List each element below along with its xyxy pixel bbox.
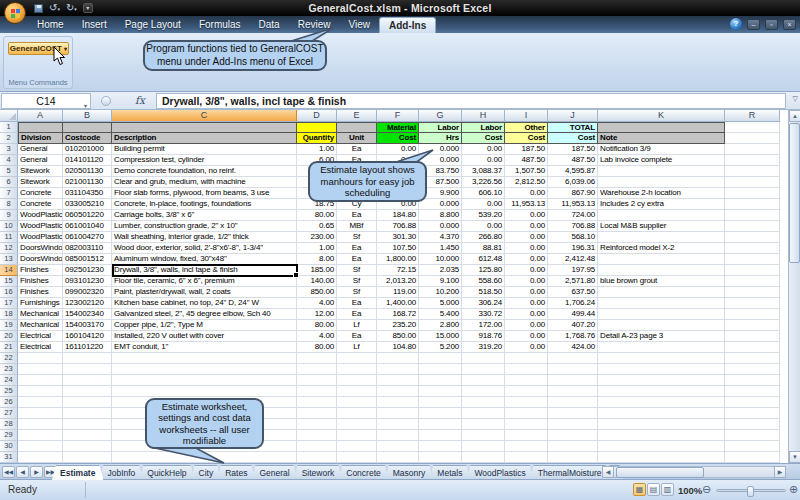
cell-F31[interactable]: [377, 452, 419, 463]
cell-H11[interactable]: 266.80: [462, 232, 505, 243]
cell-F9[interactable]: 184.80: [377, 210, 419, 221]
cell-F17[interactable]: 1,400.00: [377, 298, 419, 309]
undo-icon[interactable]: ↺▾: [49, 3, 60, 14]
sheet-tab-metals[interactable]: Metals: [429, 465, 470, 480]
scroll-right-icon[interactable]: ▶: [774, 466, 786, 478]
cell-K24[interactable]: [598, 375, 725, 386]
cell-B5[interactable]: 020501130: [63, 166, 112, 177]
cell-G18[interactable]: 5.400: [419, 309, 462, 320]
cell-K16[interactable]: [598, 287, 725, 298]
cell-A29[interactable]: [18, 430, 63, 441]
sheet-tab-general[interactable]: General: [251, 465, 297, 480]
cell-E25[interactable]: [337, 386, 377, 397]
cell-J31[interactable]: [548, 452, 598, 463]
cell-E17[interactable]: Ea: [337, 298, 377, 309]
cell-B11[interactable]: 061004270: [63, 232, 112, 243]
cell-I31[interactable]: [505, 452, 548, 463]
formula-input[interactable]: Drywall, 3/8", walls, incl tape & finish: [156, 93, 786, 109]
cell-I15[interactable]: 0.00: [505, 276, 548, 287]
cell-I10[interactable]: 0.00: [505, 221, 548, 232]
cell-F14[interactable]: 72.15: [377, 265, 419, 276]
cell-C14[interactable]: Drywall, 3/8", walls, incl tape & finish: [112, 265, 297, 276]
cell-D15[interactable]: 140.00: [297, 276, 337, 287]
cell-I30[interactable]: [505, 441, 548, 452]
cell-B19[interactable]: 154003170: [63, 320, 112, 331]
cell-C8[interactable]: Concrete, in-place, footings, foundation…: [112, 199, 297, 210]
cell-I26[interactable]: [505, 397, 548, 408]
cell-K20[interactable]: Detail A-23 page 3: [598, 331, 725, 342]
cell-A28[interactable]: [18, 419, 63, 430]
cell-E9[interactable]: Ea: [337, 210, 377, 221]
cell-C16[interactable]: Paint, plaster/drywall, wall, 2 coats: [112, 287, 297, 298]
cell-D30[interactable]: [297, 441, 337, 452]
column-header-K[interactable]: K: [598, 110, 725, 122]
cell-I25[interactable]: [505, 386, 548, 397]
cell-D23[interactable]: [297, 364, 337, 375]
cell-D25[interactable]: [297, 386, 337, 397]
page-layout-view-icon[interactable]: ▤: [647, 483, 660, 496]
cell-F1[interactable]: Material: [377, 122, 419, 133]
cell-J28[interactable]: [548, 419, 598, 430]
cell-H25[interactable]: [462, 386, 505, 397]
sheet-tab-masonry[interactable]: Masonry: [385, 465, 434, 480]
cell-D20[interactable]: 4.00: [297, 331, 337, 342]
cell-G17[interactable]: 5.000: [419, 298, 462, 309]
cell-J22[interactable]: [548, 353, 598, 364]
cell-B22[interactable]: [63, 353, 112, 364]
cell-E1[interactable]: [337, 122, 377, 133]
row-header-31[interactable]: 31: [0, 452, 18, 463]
cell-A19[interactable]: Mechanical: [18, 320, 63, 331]
row-header-2[interactable]: 2: [0, 133, 18, 144]
cell-K14[interactable]: [598, 265, 725, 276]
cell-A24[interactable]: [18, 375, 63, 386]
cell-J18[interactable]: 499.44: [548, 309, 598, 320]
cell-A12[interactable]: DoorsWindows: [18, 243, 63, 254]
cell-A16[interactable]: Finishes: [18, 287, 63, 298]
cell-J29[interactable]: [548, 430, 598, 441]
cell-I9[interactable]: 0.00: [505, 210, 548, 221]
cell-C19[interactable]: Copper pipe, 1/2", Type M: [112, 320, 297, 331]
cell-H6[interactable]: 3,226.56: [462, 177, 505, 188]
cell-B16[interactable]: 099002320: [63, 287, 112, 298]
cell-J26[interactable]: [548, 397, 598, 408]
page-break-view-icon[interactable]: ▥: [661, 483, 674, 496]
cell-J13[interactable]: 2,412.48: [548, 254, 598, 265]
row-header-23[interactable]: 23: [0, 364, 18, 375]
cell-R16[interactable]: [725, 287, 780, 298]
cell-I6[interactable]: 2,812.50: [505, 177, 548, 188]
cell-A10[interactable]: WoodPlastics: [18, 221, 63, 232]
cell-B20[interactable]: 160104120: [63, 331, 112, 342]
help-icon[interactable]: ?: [730, 18, 742, 30]
cell-G12[interactable]: 1.450: [419, 243, 462, 254]
cell-A15[interactable]: Finishes: [18, 276, 63, 287]
cell-F10[interactable]: 706.88: [377, 221, 419, 232]
cell-K1[interactable]: [598, 122, 725, 133]
cell-I14[interactable]: 0.00: [505, 265, 548, 276]
cell-G2[interactable]: Hrs: [419, 133, 462, 144]
cell-G1[interactable]: Labor: [419, 122, 462, 133]
row-header-21[interactable]: 21: [0, 342, 18, 353]
cell-R21[interactable]: [725, 342, 780, 353]
row-header-16[interactable]: 16: [0, 287, 18, 298]
cell-I3[interactable]: 187.50: [505, 144, 548, 155]
cell-D13[interactable]: 8.00: [297, 254, 337, 265]
cell-A21[interactable]: Electrical: [18, 342, 63, 353]
cell-B17[interactable]: 123002120: [63, 298, 112, 309]
cell-E16[interactable]: Sf: [337, 287, 377, 298]
customize-qat-icon[interactable]: ▾: [83, 3, 93, 13]
cell-J25[interactable]: [548, 386, 598, 397]
cell-A30[interactable]: [18, 441, 63, 452]
cell-J16[interactable]: 637.50: [548, 287, 598, 298]
row-header-1[interactable]: 1: [0, 122, 18, 133]
cell-G28[interactable]: [419, 419, 462, 430]
cell-H31[interactable]: [462, 452, 505, 463]
cell-H30[interactable]: [462, 441, 505, 452]
row-header-26[interactable]: 26: [0, 397, 18, 408]
cell-A11[interactable]: WoodPlastics: [18, 232, 63, 243]
cell-R29[interactable]: [725, 430, 780, 441]
cell-K5[interactable]: [598, 166, 725, 177]
cell-G19[interactable]: 2.800: [419, 320, 462, 331]
cell-R27[interactable]: [725, 408, 780, 419]
row-header-14[interactable]: 14: [0, 265, 18, 276]
cell-A3[interactable]: General: [18, 144, 63, 155]
